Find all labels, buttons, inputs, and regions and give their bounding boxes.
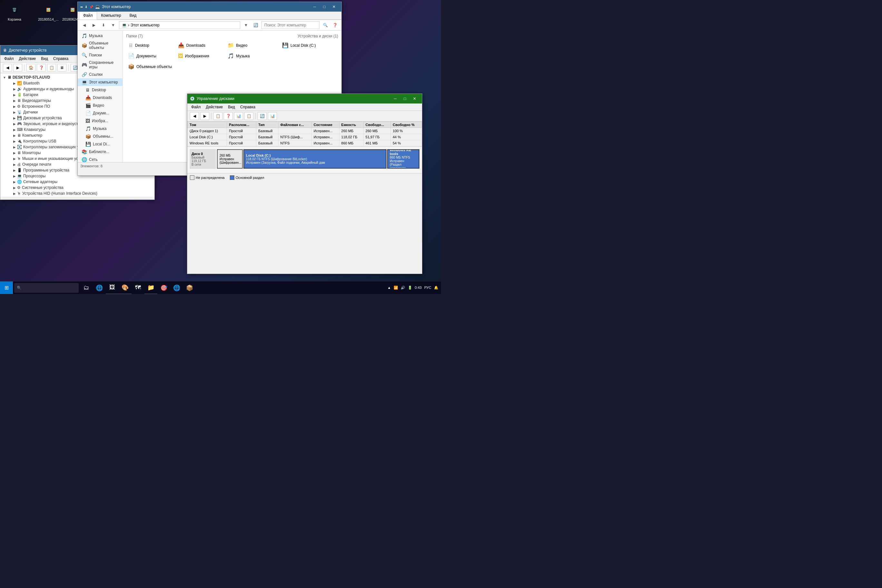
col-capacity[interactable]: Емкость <box>339 122 363 128</box>
tab-view[interactable]: Вид <box>125 12 141 20</box>
tray-volume[interactable]: 🔊 <box>401 286 405 290</box>
dm2-back-btn[interactable]: ◀ <box>190 112 199 120</box>
col-fs[interactable]: Файловая с... <box>278 122 311 128</box>
desktop-icon-trash[interactable]: 🗑️ Корзина <box>3 3 26 21</box>
sidebar-item-savedgames[interactable]: 🎮 Сохраненные игры <box>78 59 123 70</box>
sidebar-item-3d[interactable]: 📦 Объемные объекты <box>78 40 123 51</box>
taskbar-item-explorer[interactable]: 📁 <box>144 281 158 294</box>
col-freepct[interactable]: Свободно % <box>391 122 422 128</box>
partition-re[interactable]: Windows RE tools 860 МБ NTFS Исправен (Р… <box>387 149 419 169</box>
sidebar-item-3d2[interactable]: 📦 Объемны... <box>78 132 123 140</box>
menu-file[interactable]: Файл <box>189 104 203 110</box>
start-button[interactable]: ⊞ <box>0 281 13 294</box>
recent-button[interactable]: ▼ <box>109 21 117 29</box>
col-free[interactable]: Свободо... <box>363 122 390 128</box>
tree-item-netadapt[interactable]: ▶ 🌐 Сетевые адаптеры <box>7 179 153 185</box>
sidebar-item-thispc[interactable]: 💻 Этот компьютер <box>78 78 123 86</box>
table-row[interactable]: Local Disk (C:) Простой Базовый NTFS (Ши… <box>188 134 422 140</box>
dm-forward-btn[interactable]: ▶ <box>13 64 22 72</box>
maximize-button[interactable]: □ <box>320 2 329 12</box>
reload-button[interactable]: 🔄 <box>252 21 260 29</box>
sidebar-item-downloads[interactable]: 📥 Downloads <box>78 94 123 102</box>
taskbar-item-photo[interactable]: 🖼 <box>106 281 118 294</box>
col-name[interactable]: Том <box>188 122 227 128</box>
dm2-btn5[interactable]: 🔄 <box>258 112 267 120</box>
taskbar-item-task[interactable]: 🗂 <box>80 281 93 294</box>
taskbar-item-edge[interactable]: 🌐 <box>93 281 106 294</box>
back-button[interactable]: ◀ <box>80 21 88 29</box>
help-button[interactable]: ❓ <box>331 21 339 29</box>
search-input[interactable] <box>261 21 320 29</box>
col-type[interactable]: Тип <box>256 122 278 128</box>
dm2-btn2[interactable]: ❓ <box>224 112 233 120</box>
table-row[interactable]: Windows RE tools Простой Базовый NTFS Ис… <box>188 140 422 146</box>
col-status[interactable]: Состояние <box>311 122 339 128</box>
close-button[interactable]: ✕ <box>410 94 419 104</box>
dm-devmgr-btn[interactable]: 🖥 <box>57 64 66 72</box>
menu-action[interactable]: Действие <box>203 104 226 110</box>
dm2-btn3[interactable]: 📊 <box>234 112 243 120</box>
search-bar[interactable]: 🔍 <box>14 283 79 293</box>
sidebar-item-music[interactable]: 🎵 Музыка <box>78 32 123 40</box>
sidebar-item-images[interactable]: 🖼 Изобра... <box>78 117 123 125</box>
menu-view[interactable]: Вид <box>225 104 238 110</box>
dm-search-btn[interactable]: ❓ <box>37 64 46 72</box>
taskbar-item-game[interactable]: 🎯 <box>158 281 170 294</box>
folder-video[interactable]: 📁 Видео <box>226 41 274 50</box>
desktop-icon-file1[interactable]: 🖼️ 20180514_... <box>37 3 60 21</box>
sidebar-item-music2[interactable]: 🎵 Музыка <box>78 125 123 132</box>
sidebar-item-network[interactable]: 🌐 Сеть <box>78 156 123 162</box>
sidebar-item-library[interactable]: 📚 Библиоте... <box>78 148 123 156</box>
sidebar-item-links[interactable]: 🔗 Ссылки <box>78 70 123 78</box>
folder-music[interactable]: 🎵 Музыка <box>226 52 274 60</box>
table-row[interactable]: (Диск 0 раздел 1) Простой Базовый Исправ… <box>188 128 422 134</box>
sidebar-item-localdisk[interactable]: 💾 Local Di... <box>78 140 123 148</box>
tray-network[interactable]: 📶 <box>394 286 398 290</box>
dm-back-btn[interactable]: ◀ <box>3 64 12 72</box>
taskbar-item-store[interactable]: 📦 <box>183 281 196 294</box>
maximize-button[interactable]: □ <box>400 94 410 104</box>
partition-main[interactable]: Local Disk (C:) 118,02 ГБ NTFS (Шифрован… <box>243 149 387 169</box>
minimize-button[interactable]: ─ <box>390 94 400 104</box>
tray-battery[interactable]: 🔋 <box>408 286 412 290</box>
folder-3d[interactable]: 📦 Объемные объекты <box>126 62 174 71</box>
minimize-button[interactable]: ─ <box>310 2 320 12</box>
folder-downloads[interactable]: 📥 Downloads <box>176 41 224 50</box>
menu-help[interactable]: Справка <box>238 104 258 110</box>
menu-action[interactable]: Действие <box>16 56 39 62</box>
folder-images[interactable]: 🖼 Изображения <box>176 52 224 60</box>
dm2-btn6[interactable]: 📊 <box>268 112 277 120</box>
dm2-btn4[interactable]: 📋 <box>244 112 254 120</box>
search-button[interactable]: 🔍 <box>321 21 329 29</box>
address-input[interactable]: 💻 › Этот компьютер <box>119 21 240 29</box>
dm2-btn1[interactable]: 📋 <box>213 112 222 120</box>
dm2-forward-btn[interactable]: ▶ <box>200 112 209 120</box>
folder-desktop[interactable]: 🖥 Desktop <box>126 41 174 50</box>
tree-item-system[interactable]: ▶ ⚙ Системные устройства <box>7 185 153 190</box>
taskbar-item-maps[interactable]: 🗺 <box>132 281 144 294</box>
menu-file[interactable]: Файл <box>2 56 16 62</box>
clock[interactable]: 0:43 <box>415 285 422 290</box>
tab-computer[interactable]: Компьютер <box>97 12 125 20</box>
tab-file[interactable]: Файл <box>79 12 97 20</box>
dm-home-btn[interactable]: 🏠 <box>26 64 36 72</box>
tree-item-hid[interactable]: ▶ 🖱 Устройства HID (Human Interface Devi… <box>7 190 153 196</box>
dm-prop-btn[interactable]: 📋 <box>47 64 56 72</box>
taskbar-item-ps[interactable]: 🎨 <box>118 281 132 294</box>
notification-icon[interactable]: 🔔 <box>434 286 438 290</box>
sidebar-item-desktop[interactable]: 🖥 Desktop <box>78 86 123 94</box>
menu-view[interactable]: Вид <box>38 56 51 62</box>
partition-unalloc[interactable]: 260 МБ Исправен (Шифрованн... <box>217 149 243 169</box>
sidebar-item-docs[interactable]: 📄 Докуме... <box>78 109 123 117</box>
close-button[interactable]: ✕ <box>329 2 339 12</box>
menu-help[interactable]: Справка <box>51 56 71 62</box>
disk-c[interactable]: 💾 Local Disk (C:) <box>280 41 338 50</box>
taskbar-item-browser[interactable]: 🌐 <box>170 281 183 294</box>
lang-indicator[interactable]: РУС <box>424 286 431 290</box>
up-button[interactable]: ⬇ <box>100 21 107 29</box>
sidebar-item-video[interactable]: 🎬 Видео <box>78 102 123 109</box>
forward-button[interactable]: ▶ <box>90 21 98 29</box>
sidebar-item-searches[interactable]: 🔍 Поиски <box>78 51 123 59</box>
folder-documents[interactable]: 📄 Документы <box>126 52 174 60</box>
tray-arrow[interactable]: ▲ <box>387 286 391 290</box>
